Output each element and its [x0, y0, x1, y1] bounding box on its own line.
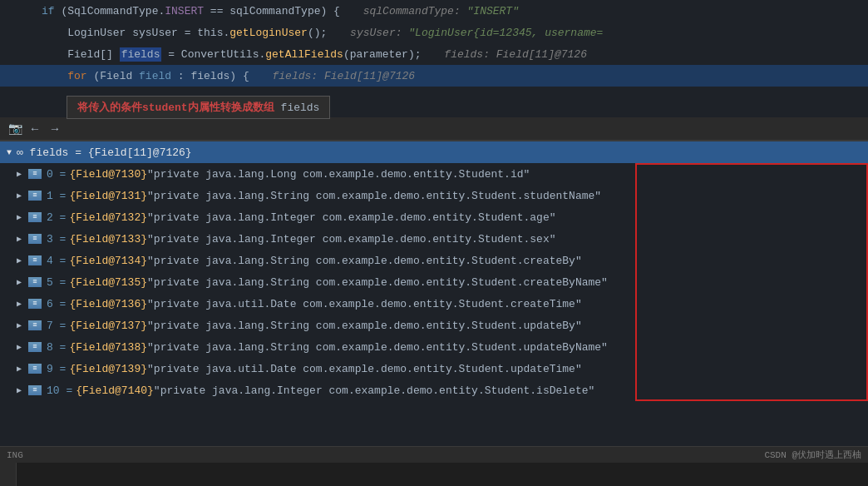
field-value-5: "private java.lang.String com.example.de…	[147, 276, 608, 289]
field-value-4: "private java.lang.String com.example.de…	[147, 255, 582, 267]
field-ref-1: {Field@7131}	[69, 190, 147, 202]
field-icon-9: ≡	[28, 364, 42, 374]
field-ref-0: {Field@7130}	[69, 168, 147, 181]
field-index-5: 5 =	[47, 276, 66, 289]
field-index-2: 2 =	[47, 211, 66, 224]
field-icon-0: ≡	[28, 169, 42, 179]
table-row: ▶ ≡ 3 = {Field@7133} "private java.lang.…	[0, 228, 868, 250]
fields-list: ▶ ≡ 0 = {Field@7130} "private java.lang.…	[0, 163, 868, 401]
table-row: ▶ ≡ 5 = {Field@7135} "private java.lang.…	[0, 271, 868, 293]
code-content-3: Field[] fields = ConvertUtils.getAllFiel…	[42, 48, 587, 61]
field-index-4: 4 =	[47, 255, 66, 267]
back-button[interactable]: ←	[27, 121, 43, 137]
camera-icon[interactable]: 📷	[7, 121, 23, 137]
field-index-8: 8 =	[47, 341, 66, 354]
code-line-4: for (Field field : fields) { fields: Fie…	[0, 65, 868, 87]
field-value-6: "private java.util.Date com.example.demo…	[147, 298, 582, 310]
row-expand-0[interactable]: ▶	[13, 168, 25, 180]
field-value-9: "private java.util.Date com.example.demo…	[147, 363, 582, 375]
row-expand-3[interactable]: ▶	[13, 233, 25, 245]
field-value-8: "private java.lang.String com.example.de…	[147, 341, 608, 354]
field-ref-9: {Field@7139}	[69, 363, 147, 375]
field-ref-5: {Field@7135}	[69, 276, 147, 289]
fields-header-text: ∞ fields = {Field[11]@7126}	[17, 146, 192, 159]
field-index-3: 3 =	[47, 233, 66, 245]
table-row: ▶ ≡ 6 = {Field@7136} "private java.util.…	[0, 293, 868, 315]
fields-header: ▼ ∞ fields = {Field[11]@7126}	[0, 141, 868, 163]
debug-content: ▼ ∞ fields = {Field[11]@7126} ▶ ≡ 0 = {F…	[0, 141, 868, 463]
field-ref-4: {Field@7134}	[69, 255, 147, 267]
tooltip-fields-label: fields	[281, 102, 320, 114]
bottom-bar: ING CSDN @伏加时遇上西柚	[0, 446, 868, 463]
field-ref-2: {Field@7132}	[69, 211, 147, 224]
tooltip-chinese-text: 将传入的条件student内属性转换成数组	[77, 100, 274, 115]
row-expand-1[interactable]: ▶	[13, 190, 25, 201]
tooltip-box: 将传入的条件student内属性转换成数组 fields	[67, 96, 330, 119]
field-icon-3: ≡	[28, 234, 42, 244]
field-index-6: 6 =	[47, 298, 66, 310]
field-ref-7: {Field@7137}	[69, 320, 147, 332]
field-icon-10: ≡	[28, 385, 42, 395]
table-row: ▶ ≡ 0 = {Field@7130} "private java.lang.…	[0, 163, 868, 185]
field-icon-7: ≡	[28, 320, 42, 330]
row-expand-5[interactable]: ▶	[13, 276, 25, 288]
field-ref-8: {Field@7138}	[69, 341, 147, 354]
field-ref-10: {Field@7140}	[76, 384, 154, 397]
code-line-1: if (SqlCommandType.INSERT == sqlCommandT…	[0, 0, 868, 22]
table-row: ▶ ≡ 7 = {Field@7137} "private java.lang.…	[0, 315, 868, 336]
table-row: ▶ ≡ 2 = {Field@7132} "private java.lang.…	[0, 206, 868, 228]
field-value-10: "private java.lang.Integer com.example.d…	[154, 384, 595, 397]
field-value-7: "private java.lang.String com.example.de…	[147, 320, 582, 332]
field-icon-1: ≡	[28, 191, 42, 201]
field-value-1: "private java.lang.String com.example.de…	[147, 190, 601, 202]
row-expand-6[interactable]: ▶	[13, 298, 25, 310]
field-index-7: 7 =	[47, 320, 66, 332]
field-icon-2: ≡	[28, 212, 42, 222]
table-row: ▶ ≡ 4 = {Field@7134} "private java.lang.…	[0, 250, 868, 271]
field-ref-6: {Field@7136}	[69, 298, 147, 310]
table-row: ▶ ≡ 10 = {Field@7140} "private java.lang…	[0, 379, 868, 401]
field-value-3: "private java.lang.Integer com.example.d…	[147, 233, 555, 245]
field-index-10: 10 =	[47, 384, 72, 397]
table-row: ▶ ≡ 8 = {Field@7138} "private java.lang.…	[0, 336, 868, 358]
forward-button[interactable]: →	[47, 121, 63, 137]
row-expand-7[interactable]: ▶	[13, 320, 25, 331]
row-expand-10[interactable]: ▶	[13, 384, 25, 396]
field-icon-5: ≡	[28, 277, 42, 287]
table-row: ▶ ≡ 9 = {Field@7139} "private java.util.…	[0, 358, 868, 379]
row-expand-9[interactable]: ▶	[13, 363, 25, 374]
field-icon-4: ≡	[28, 255, 42, 265]
field-value-0: "private java.lang.Long com.example.demo…	[147, 168, 530, 181]
field-index-9: 9 =	[47, 363, 66, 375]
row-expand-2[interactable]: ▶	[13, 211, 25, 223]
code-line-3: Field[] fields = ConvertUtils.getAllFiel…	[0, 43, 868, 65]
row-expand-4[interactable]: ▶	[13, 255, 25, 266]
field-index-1: 1 =	[47, 190, 66, 202]
collapse-icon[interactable]: ▼	[7, 148, 12, 157]
code-content-4: for (Field field : fields) { fields: Fie…	[42, 70, 415, 82]
debug-toolbar: 📷 ← →	[0, 117, 868, 141]
code-content-2: LoginUser sysUser = this.getLoginUser();…	[42, 27, 603, 39]
editor-area: if (SqlCommandType.INSERT == sqlCommandT…	[0, 0, 868, 141]
bottom-left-text: ING	[7, 450, 23, 460]
row-expand-8[interactable]: ▶	[13, 341, 25, 353]
code-content-1: if (SqlCommandType.INSERT == sqlCommandT…	[42, 5, 519, 17]
csdn-watermark: CSDN @伏加时遇上西柚	[764, 449, 861, 461]
field-icon-8: ≡	[28, 342, 42, 352]
field-index-0: 0 =	[47, 168, 66, 181]
debug-panel: isInt Co ▼ ∞ fields = {Field[11]@7126} ▶…	[0, 141, 868, 463]
field-icon-6: ≡	[28, 299, 42, 309]
code-line-2: LoginUser sysUser = this.getLoginUser();…	[0, 22, 868, 43]
field-value-2: "private java.lang.Integer com.example.d…	[147, 211, 555, 224]
field-ref-3: {Field@7133}	[69, 233, 147, 245]
table-row: ▶ ≡ 1 = {Field@7131} "private java.lang.…	[0, 185, 868, 206]
